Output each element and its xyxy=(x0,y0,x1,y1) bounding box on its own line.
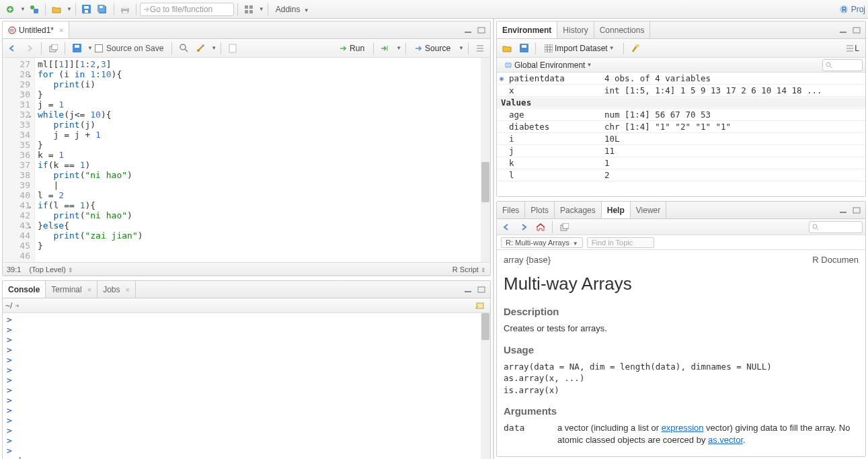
close-tab-button[interactable]: × xyxy=(59,26,63,34)
env-value-row[interactable]: j11 xyxy=(497,145,865,157)
maximize-env-button[interactable] xyxy=(851,25,863,36)
minimize-env-button[interactable] xyxy=(837,25,849,36)
svg-rect-8 xyxy=(100,6,103,8)
code-content[interactable]: ml[[1]][1:2,3]for (i in 1:10){ print(i)}… xyxy=(35,58,146,262)
tab-files[interactable]: Files xyxy=(497,202,525,218)
tab-jobs[interactable]: Jobs× xyxy=(97,281,136,298)
new-project-button[interactable] xyxy=(27,2,42,17)
env-data-row[interactable]: ◉patientdata4 obs. of 4 variables xyxy=(497,73,865,85)
env-value-row[interactable]: diabeteschr [1:4] "1" "2" "1" "1" xyxy=(497,121,865,133)
help-popout-button[interactable] xyxy=(557,220,571,235)
code-tools-dropdown[interactable]: ▼ xyxy=(211,45,216,51)
source-tab-untitled1[interactable]: R Untitled1* × xyxy=(3,22,69,38)
svg-rect-25 xyxy=(75,45,79,48)
help-tab-bar: Files Plots Packages Help Viewer xyxy=(497,202,865,219)
tab-console[interactable]: Console xyxy=(3,281,46,298)
load-workspace-button[interactable] xyxy=(500,41,514,56)
console-working-dir: ~/ xyxy=(5,301,12,310)
list-icon xyxy=(846,45,853,52)
addins-menu[interactable]: Addins ▼ xyxy=(272,5,313,14)
new-file-dropdown[interactable]: ▼ xyxy=(20,6,26,12)
grid-view-button[interactable] xyxy=(241,2,256,17)
clear-console-button[interactable] xyxy=(473,298,487,313)
maximize-help-button[interactable] xyxy=(851,205,863,216)
svg-rect-28 xyxy=(229,44,236,52)
show-in-new-window-button[interactable] xyxy=(46,41,61,56)
source-dropdown[interactable]: ▼ xyxy=(459,45,464,51)
save-all-button[interactable] xyxy=(95,2,110,17)
tab-plots[interactable]: Plots xyxy=(525,202,555,218)
run-button[interactable]: Run xyxy=(335,41,369,56)
wd-arrow-icon xyxy=(14,302,21,309)
environment-table[interactable]: ◉patientdata4 obs. of 4 variablesxint [1… xyxy=(497,73,865,196)
env-value-row[interactable]: l2 xyxy=(497,169,865,181)
open-recent-dropdown[interactable]: ▼ xyxy=(67,6,72,12)
tab-environment[interactable]: Environment xyxy=(497,22,557,38)
scope-selector[interactable]: (Top Level) ⇕ xyxy=(29,265,73,274)
close-jobs-button[interactable]: × xyxy=(126,286,130,294)
minimize-help-button[interactable] xyxy=(837,205,849,216)
help-topic-dropdown[interactable]: R: Multi-way Arrays ▼ xyxy=(501,237,583,248)
rerun-button[interactable] xyxy=(378,41,393,56)
help-back-button[interactable] xyxy=(500,220,514,235)
env-value-row[interactable]: k1 xyxy=(497,157,865,169)
help-title: Multi-way Arrays xyxy=(504,272,859,296)
env-data-row[interactable]: xint [1:5, 1:4] 1 5 9 13 17 2 6 10 14 18… xyxy=(497,85,865,97)
minimize-console-button[interactable] xyxy=(462,284,474,295)
print-button[interactable] xyxy=(118,2,132,17)
environment-pane: Environment History Connections Import D… xyxy=(496,21,866,197)
tab-terminal[interactable]: Terminal× xyxy=(46,281,97,298)
source-script-button[interactable]: Source xyxy=(410,41,455,56)
open-file-button[interactable] xyxy=(49,2,64,17)
line-number-gutter[interactable]: 2728▾29303132▾333435363738394041▾4243▾44… xyxy=(3,58,35,262)
console-scrollbar[interactable] xyxy=(481,313,490,459)
as-vector-link[interactable]: as.vector xyxy=(708,435,743,445)
expression-link[interactable]: expression xyxy=(662,423,704,433)
save-dropdown[interactable]: ▼ xyxy=(87,45,93,51)
rerun-dropdown[interactable]: ▼ xyxy=(396,45,401,51)
help-doc-label: R Documen xyxy=(812,254,859,266)
console-output[interactable]: > > > > > > > > > > > > > > > | xyxy=(3,313,490,459)
new-file-button[interactable] xyxy=(3,2,17,17)
save-source-button[interactable] xyxy=(69,41,84,56)
forward-button[interactable] xyxy=(22,41,37,56)
help-forward-button[interactable] xyxy=(516,220,531,235)
find-in-topic-box[interactable]: Find in Topic xyxy=(587,237,654,248)
minimize-pane-button[interactable] xyxy=(462,25,474,36)
maximize-pane-button[interactable] xyxy=(475,25,487,36)
tab-help[interactable]: Help xyxy=(602,202,631,218)
close-terminal-button[interactable]: × xyxy=(87,286,91,294)
help-home-button[interactable] xyxy=(533,220,548,235)
tab-history[interactable]: History xyxy=(557,22,594,38)
find-replace-button[interactable] xyxy=(176,41,191,56)
env-list-view-button[interactable]: L xyxy=(843,41,863,56)
compile-report-button[interactable] xyxy=(225,41,240,56)
clear-workspace-button[interactable] xyxy=(628,41,643,56)
env-value-row[interactable]: i10L xyxy=(497,133,865,145)
code-editor[interactable]: 2728▾29303132▾333435363738394041▾4243▾44… xyxy=(3,58,490,262)
editor-scrollbar[interactable] xyxy=(481,58,490,262)
outline-button[interactable] xyxy=(473,41,487,56)
svg-rect-13 xyxy=(249,5,253,9)
env-search-box[interactable] xyxy=(822,59,863,71)
help-description-heading: Description xyxy=(504,304,859,319)
help-content[interactable]: array {base} R Documen Multi-way Arrays … xyxy=(497,250,865,456)
help-search-box[interactable] xyxy=(809,221,863,233)
goto-file-function-box[interactable]: Go to file/function xyxy=(140,3,234,16)
tab-packages[interactable]: Packages xyxy=(555,202,602,218)
source-on-save-checkbox[interactable] xyxy=(95,44,103,52)
code-tools-button[interactable] xyxy=(193,41,208,56)
r-logo-icon: R xyxy=(839,5,849,14)
maximize-console-button[interactable] xyxy=(475,284,487,295)
import-dataset-button[interactable]: Import Dataset ▼ xyxy=(540,41,619,56)
grid-dropdown[interactable]: ▼ xyxy=(259,6,264,12)
tab-viewer[interactable]: Viewer xyxy=(631,202,666,218)
env-scope-selector[interactable]: Global Environment ▼ xyxy=(500,58,596,73)
back-button[interactable] xyxy=(5,41,20,56)
save-workspace-button[interactable] xyxy=(516,41,531,56)
project-menu[interactable]: R Proj xyxy=(839,5,865,14)
save-button[interactable] xyxy=(79,2,94,17)
language-selector[interactable]: R Script ⇕ xyxy=(452,265,486,274)
tab-connections[interactable]: Connections xyxy=(594,22,651,38)
env-value-row[interactable]: agenum [1:4] 56 67 70 53 xyxy=(497,109,865,121)
